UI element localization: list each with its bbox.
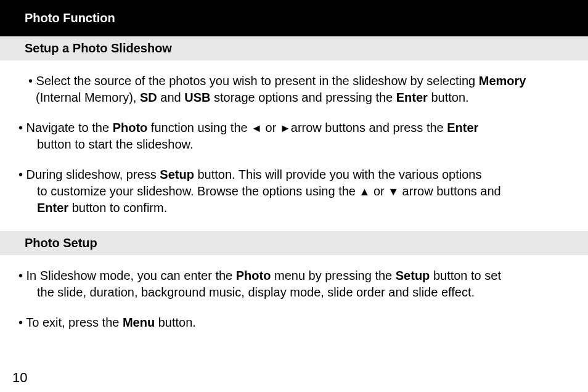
text-continuation: button to start the slideshow. — [25, 136, 563, 153]
text: • To exit, press the — [18, 316, 123, 329]
bullet-item: • To exit, press the Menu button. — [18, 314, 563, 331]
text: • Navigate to the — [18, 121, 113, 134]
bold-text: SD — [140, 91, 157, 104]
text-continuation: the slide, duration, background music, d… — [25, 284, 563, 301]
bold-text: Setup — [396, 269, 430, 282]
bold-text: Menu — [123, 316, 155, 329]
bullet-item: • Select the source of the photos you wi… — [25, 73, 563, 106]
photosetup-content: • In Slideshow mode, you can enter the P… — [0, 255, 588, 351]
text: button to set — [430, 269, 501, 282]
section-heading-text: Photo Setup — [25, 236, 97, 250]
bold-text: Enter — [37, 201, 68, 214]
text: • In Slideshow mode, you can enter the — [18, 269, 236, 282]
page-title: Photo Function — [25, 11, 115, 25]
text: or — [262, 121, 280, 134]
text: menu by pressing the — [271, 269, 395, 282]
section-heading-slideshow: Setup a Photo Slideshow — [0, 36, 588, 60]
text: (Internal Memory), — [36, 91, 140, 104]
section-heading-text: Setup a Photo Slideshow — [25, 41, 172, 55]
text: and — [157, 91, 184, 104]
right-arrow-icon: ► — [280, 122, 291, 134]
section-heading-photosetup: Photo Setup — [0, 231, 588, 255]
bold-text: Enter — [447, 121, 478, 134]
text: or — [370, 184, 388, 198]
text: arrow buttons and — [399, 184, 501, 198]
text: button. — [428, 91, 469, 104]
text: button. — [155, 316, 196, 329]
text: button. This will provide you with the v… — [194, 168, 482, 181]
bullet-item: • During slideshow, press Setup button. … — [18, 166, 563, 216]
up-arrow-icon: ▲ — [359, 186, 370, 198]
down-arrow-icon: ▼ — [388, 186, 399, 198]
bullet-item: • In Slideshow mode, you can enter the P… — [18, 267, 563, 301]
bold-text: Enter — [396, 91, 428, 104]
bold-text: Photo — [236, 269, 271, 282]
text-continuation: to customize your slideshow. Browse the … — [25, 183, 563, 200]
page-header: Photo Function — [0, 0, 588, 36]
text: storage options and pressing the — [210, 91, 396, 104]
text: to customize your slideshow. Browse the … — [37, 184, 359, 198]
text: button to confirm. — [68, 201, 167, 214]
bullet-item: • Navigate to the Photo function using t… — [18, 120, 563, 153]
text: • Select the source of the photos you wi… — [28, 74, 479, 88]
text: function using the — [147, 121, 251, 134]
bold-text: USB — [184, 91, 210, 104]
left-arrow-icon: ◄ — [251, 122, 262, 134]
text-continuation: Enter button to confirm. — [25, 200, 563, 216]
bold-text: Setup — [160, 168, 194, 181]
bold-text: Photo — [113, 121, 148, 134]
text: • During slideshow, press — [18, 168, 160, 181]
bold-text: Memory — [479, 74, 526, 88]
text: arrow buttons and press the — [291, 121, 447, 134]
slideshow-content: • Select the source of the photos you wi… — [0, 60, 588, 231]
page-number: 10 — [12, 370, 27, 386]
